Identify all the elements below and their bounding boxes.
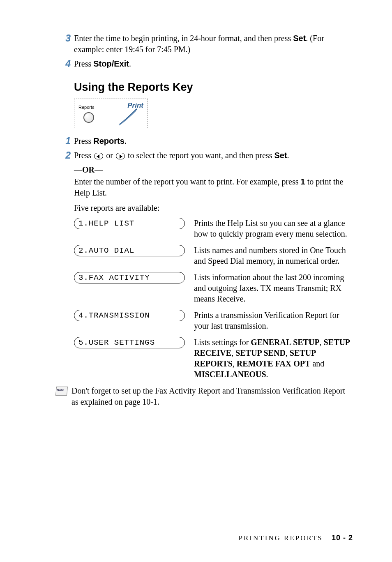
reports-key-icon — [83, 112, 94, 123]
report-row-help-list: 1.HELP LIST Prints the Help List so you … — [74, 218, 353, 239]
text: Press — [74, 59, 93, 68]
dash: — — [95, 165, 103, 174]
report-row-user-settings: 5.USER SETTINGS Lists settings for GENER… — [74, 337, 353, 380]
joiner: , — [233, 359, 237, 368]
report-description: Prints the Help List so you can see at a… — [194, 218, 353, 239]
right-arrow-icon — [116, 153, 125, 159]
setting-name: REMOTE FAX OPT — [237, 359, 311, 368]
joiner: , — [231, 348, 235, 357]
report-row-auto-dial: 2.AUTO DIAL Lists names and numbers stor… — [74, 245, 353, 266]
step-body: Press or to select the report you want, … — [74, 150, 353, 161]
step-body: Enter the time to begin printing, in 24-… — [74, 33, 353, 55]
report-description: Prints a transmission Verification Repor… — [194, 310, 353, 331]
step-1: 1 Press Reports. — [62, 136, 353, 147]
left-arrow-icon — [94, 153, 103, 159]
key-stop-exit: Stop/Exit — [93, 59, 129, 68]
text: . — [125, 136, 127, 145]
text: . — [129, 59, 131, 68]
text: Enter the number of the report you want … — [74, 177, 301, 186]
step-body: Press Reports. — [74, 136, 353, 147]
step-number: 1 — [62, 136, 74, 147]
reports-list: 1.HELP LIST Prints the Help List so you … — [74, 218, 353, 380]
text: Press — [74, 136, 93, 145]
setting-name: SETUP SEND — [235, 348, 286, 357]
text: . — [287, 151, 289, 160]
step-body: Press Stop/Exit. — [74, 58, 353, 69]
joiner: and — [310, 359, 324, 368]
lcd-display: 4.TRANSMISSION — [74, 310, 185, 321]
report-description: Lists information about the last 200 inc… — [194, 272, 353, 304]
section-heading: Using the Reports Key — [74, 81, 353, 94]
step-number: 2 — [62, 150, 74, 161]
lcd-display: 1.HELP LIST — [74, 218, 185, 229]
step-2: 2 Press or to select the report you want… — [62, 150, 353, 161]
report-row-transmission: 4.TRANSMISSION Prints a transmission Ver… — [74, 310, 353, 331]
text: Lists settings for — [194, 338, 251, 347]
step-number: 3 — [62, 33, 74, 44]
lcd-display: 5.USER SETTINGS — [74, 337, 185, 348]
reports-key-label: Reports — [78, 105, 95, 110]
lcd-display: 2.AUTO DIAL — [74, 245, 185, 256]
setting-name: GENERAL SETUP — [251, 338, 319, 347]
text: Press — [74, 151, 93, 160]
enter-number-line: Enter the number of the report you want … — [74, 176, 353, 198]
note-icon-label: Note — [57, 388, 64, 392]
or-text: OR — [82, 165, 95, 174]
print-swoosh-icon — [118, 107, 139, 126]
step-4: 4 Press Stop/Exit. — [62, 58, 353, 69]
key-set: Set — [274, 151, 287, 160]
key-1: 1 — [301, 177, 305, 186]
setting-name: MISCELLANEOUS — [194, 370, 266, 379]
step-3: 3 Enter the time to begin printing, in 2… — [62, 33, 353, 55]
text: to select the report you want, and then … — [126, 151, 274, 160]
dash: — — [74, 165, 82, 174]
key-reports: Reports — [93, 136, 125, 145]
lcd-display: 3.FAX ACTIVITY — [74, 272, 185, 283]
page-number: 10 - 2 — [332, 534, 353, 542]
step-number: 4 — [62, 58, 74, 69]
joiner: , — [286, 348, 290, 357]
joiner: . — [266, 370, 268, 379]
report-row-fax-activity: 3.FAX ACTIVITY Lists information about t… — [74, 272, 353, 304]
note-text: Don't forget to set up the Fax Activity … — [71, 385, 353, 408]
or-line: —OR— — [74, 164, 353, 175]
note-icon: Note — [54, 387, 69, 397]
five-reports-line: Five reports are available: — [74, 203, 353, 214]
key-set: Set — [293, 34, 306, 43]
text: Enter the time to begin printing, in 24-… — [74, 34, 293, 43]
page: 3 Enter the time to begin printing, in 2… — [0, 0, 392, 562]
joiner: , — [320, 338, 324, 347]
note: Note Don't forget to set up the Fax Acti… — [54, 385, 353, 408]
text: or — [104, 151, 115, 160]
footer-section: PRINTING REPORTS — [239, 534, 323, 542]
reports-key-diagram: Reports Print — [74, 99, 148, 128]
report-description: Lists names and numbers stored in One To… — [194, 245, 353, 266]
report-description: Lists settings for GENERAL SETUP, SETUP … — [194, 337, 353, 380]
page-footer: PRINTING REPORTS 10 - 2 — [239, 534, 353, 542]
